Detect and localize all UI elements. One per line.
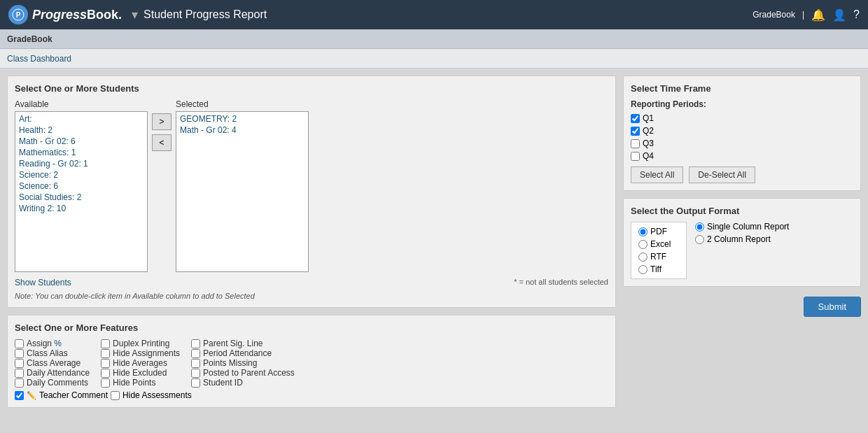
select-all-periods-button[interactable]: Select All — [631, 166, 683, 183]
format-type-list: PDFExcelRTFTiff — [631, 222, 687, 279]
gradebook-nav-link[interactable]: GradeBook — [752, 10, 795, 20]
format-column-options: Single Column Report2 Column Report — [695, 222, 789, 244]
format-type-label: Excel — [650, 239, 671, 249]
user-icon[interactable]: 👤 — [832, 8, 846, 22]
column-option-row: Single Column Report — [695, 222, 789, 232]
feature-checkbox[interactable] — [191, 339, 200, 348]
pipe-divider: | — [802, 10, 804, 20]
format-type-row: RTF — [638, 252, 679, 262]
period-checkbox[interactable] — [631, 114, 640, 123]
app-header: P ProgressBook. ▾ Student Progress Repor… — [0, 0, 868, 29]
available-list-item[interactable]: Mathematics: 1 — [17, 147, 146, 158]
feature-checkbox[interactable] — [101, 378, 110, 388]
features-col3: Parent Sig. LinePeriod AttendancePoints … — [191, 339, 295, 388]
available-list-item[interactable]: Social Studies: 2 — [17, 192, 146, 203]
period-label: Q3 — [643, 139, 654, 148]
feature-label: Parent Sig. Line — [203, 339, 262, 348]
select-features-title: Select One or More Features — [15, 322, 608, 333]
hide-assessments-checkbox[interactable] — [111, 391, 120, 400]
column-option-radio[interactable] — [695, 235, 704, 244]
breadcrumb-bar: Class Dashboard — [0, 49, 868, 69]
notification-icon[interactable]: 🔔 — [811, 8, 825, 22]
output-format-title: Select the Output Format — [631, 206, 853, 216]
submit-button[interactable]: Submit — [804, 297, 861, 317]
feature-label: Period Attendance — [203, 348, 272, 358]
teacher-comment-checkbox[interactable] — [15, 391, 24, 400]
available-list-item[interactable]: Science: 6 — [17, 180, 146, 192]
feature-item: Parent Sig. Line — [191, 339, 295, 348]
breadcrumb-link[interactable]: Class Dashboard — [7, 54, 71, 64]
format-container: PDFExcelRTFTiff Single Column Report2 Co… — [631, 222, 853, 279]
feature-checkbox[interactable] — [15, 339, 24, 348]
format-type-radio[interactable] — [638, 265, 648, 274]
feature-checkbox[interactable] — [191, 369, 200, 378]
feature-label: Hide Assignments — [113, 348, 180, 358]
period-checkbox[interactable] — [631, 139, 640, 148]
selected-list-container: Selected GEOMETRY: 2Math - Gr 02: 4 — [176, 99, 309, 272]
feature-checkbox[interactable] — [191, 349, 200, 358]
available-list-item[interactable]: Writing 2: 10 — [17, 203, 146, 214]
feature-item: Hide Points — [101, 378, 180, 388]
selected-list-item[interactable]: GEOMETRY: 2 — [178, 113, 307, 125]
format-type-radio[interactable] — [638, 240, 648, 249]
format-type-label: Tiff — [650, 264, 662, 274]
select-students-title: Select One or More Students — [15, 83, 608, 94]
available-list-container: Available Art:Health: 2Math - Gr 02: 6Ma… — [15, 99, 148, 272]
selected-list[interactable]: GEOMETRY: 2Math - Gr 02: 4 — [176, 111, 309, 272]
help-icon[interactable]: ? — [853, 8, 860, 21]
feature-label: Class Average — [27, 358, 80, 368]
feature-checkbox[interactable] — [15, 378, 24, 388]
feature-checkbox[interactable] — [101, 359, 110, 368]
feature-item: Hide Assignments — [101, 348, 180, 358]
feature-label: Hide Averages — [113, 358, 167, 368]
column-option-radio[interactable] — [695, 222, 704, 232]
timeframe-title: Select Time Frame — [631, 83, 853, 94]
header-divider: ▾ — [132, 7, 138, 22]
show-students-link[interactable]: Show Students — [15, 278, 71, 288]
main-content: Select One or More Students Available Ar… — [0, 69, 868, 415]
student-selector: Available Art:Health: 2Math - Gr 02: 6Ma… — [15, 99, 608, 272]
available-list-item[interactable]: Reading - Gr 02: 1 — [17, 158, 146, 169]
logo-text: ProgressBook. — [32, 8, 122, 22]
feature-item: Daily Attendance — [15, 368, 90, 378]
column-option-label: Single Column Report — [707, 222, 789, 232]
format-type-label: PDF — [650, 227, 667, 236]
feature-item: Hide Averages — [101, 358, 180, 368]
feature-checkbox[interactable] — [15, 349, 24, 358]
left-panel: Select One or More Students Available Ar… — [7, 76, 616, 408]
feature-item: Duplex Printing — [101, 339, 180, 348]
feature-checkbox[interactable] — [101, 339, 110, 348]
available-list-item[interactable]: Math - Gr 02: 6 — [17, 136, 146, 147]
deselect-all-periods-button[interactable]: De-Select All — [689, 166, 755, 183]
available-list-item[interactable]: Art: — [17, 113, 146, 125]
format-type-label: RTF — [650, 252, 666, 262]
move-left-button[interactable]: < — [152, 134, 172, 151]
period-label: Q2 — [643, 126, 654, 136]
available-label: Available — [15, 99, 148, 109]
period-row: Q2 — [631, 126, 853, 136]
feature-checkbox[interactable] — [191, 378, 200, 388]
format-type-radio[interactable] — [638, 227, 648, 236]
move-right-button[interactable]: > — [152, 113, 172, 130]
available-list-item[interactable]: Health: 2 — [17, 125, 146, 136]
feature-checkbox[interactable] — [15, 369, 24, 378]
feature-checkbox[interactable] — [191, 359, 200, 368]
available-list-item[interactable]: Science: 2 — [17, 169, 146, 180]
format-type-row: PDF — [638, 227, 679, 236]
feature-item: Daily Comments — [15, 378, 90, 388]
feature-checkbox[interactable] — [15, 359, 24, 368]
period-checkbox[interactable] — [631, 127, 640, 136]
period-row: Q3 — [631, 139, 853, 148]
logo: P ProgressBook. ▾ — [8, 5, 144, 24]
period-checkbox[interactable] — [631, 152, 640, 161]
header-right: GradeBook | 🔔 👤 ? — [752, 8, 860, 22]
feature-checkbox[interactable] — [101, 369, 110, 378]
teacher-comment-label: Teacher Comment — [39, 390, 108, 400]
feature-item: Posted to Parent Access — [191, 368, 295, 378]
format-type-radio[interactable] — [638, 253, 648, 262]
feature-label: Points Missing — [203, 358, 257, 368]
available-list[interactable]: Art:Health: 2Math - Gr 02: 6Mathematics:… — [15, 111, 148, 272]
format-type-row: Excel — [638, 239, 679, 249]
selected-list-item[interactable]: Math - Gr 02: 4 — [178, 125, 307, 136]
feature-checkbox[interactable] — [101, 349, 110, 358]
